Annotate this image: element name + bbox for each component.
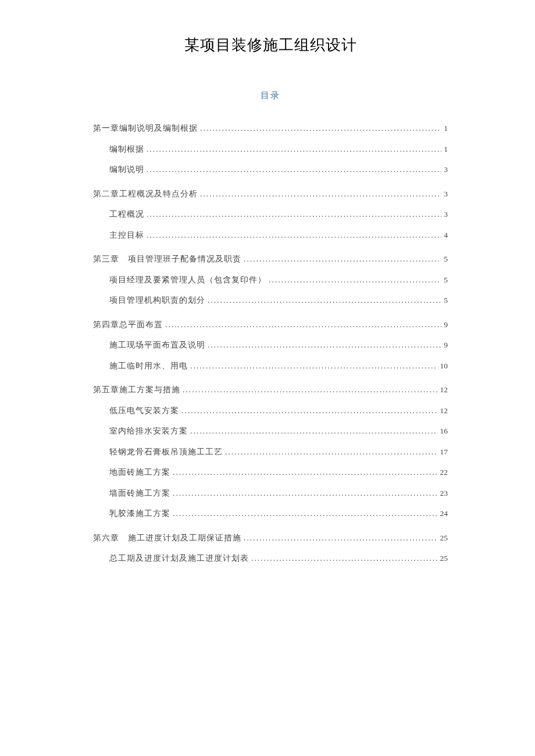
toc-entry: 第四章总平面布置9	[93, 321, 448, 329]
toc-leader-dots	[181, 407, 438, 415]
toc-entry-page: 5	[444, 276, 448, 284]
toc-entry-label: 主控目标	[109, 231, 144, 239]
toc-entry-page: 9	[444, 321, 448, 329]
toc-entry: 轻钢龙骨石膏板吊顶施工工艺17	[109, 448, 448, 456]
toc-entry-label: 工程概况	[109, 210, 144, 218]
toc-entry-label: 地面砖施工方案	[109, 468, 170, 476]
toc-entry: 总工期及进度计划及施工进度计划表25	[109, 554, 448, 562]
toc-leader-dots	[225, 448, 438, 456]
toc-entry-page: 4	[444, 231, 448, 239]
toc-entry-page: 3	[444, 210, 448, 218]
toc-leader-dots	[173, 510, 438, 518]
toc-entry: 主控目标4	[109, 231, 448, 239]
toc-entry: 乳胶漆施工方案24	[109, 510, 448, 518]
toc-entry-page: 3	[444, 190, 448, 198]
toc-entry-page: 10	[440, 362, 448, 370]
toc-entry: 项目经理及要紧管理人员（包含复印件）5	[109, 276, 448, 284]
toc-leader-dots	[208, 341, 441, 349]
toc-leader-dots	[183, 386, 438, 394]
toc-entry-label: 轻钢龙骨石膏板吊顶施工工艺	[109, 448, 223, 456]
toc-entry: 低压电气安装方案12	[109, 407, 448, 415]
toc-entry: 第三章 项目管理班子配备情况及职责5	[93, 255, 448, 263]
toc-entry-page: 1	[444, 145, 448, 153]
toc-leader-dots	[244, 255, 441, 263]
toc-entry-label: 总工期及进度计划及施工进度计划表	[109, 554, 249, 562]
toc-entry: 墙面砖施工方案23	[109, 489, 448, 497]
toc-entry: 工程概况3	[109, 210, 448, 218]
toc-entry-label: 第一章编制说明及编制根据	[93, 124, 198, 132]
toc-leader-dots	[147, 231, 441, 239]
toc-entry-page: 9	[444, 341, 448, 349]
toc-leader-dots	[251, 554, 438, 562]
toc-leader-dots	[244, 534, 438, 542]
toc-entry-page: 25	[440, 534, 448, 542]
toc-entry-page: 25	[440, 554, 448, 562]
toc-entry-label: 施工现场平面布置及说明	[109, 341, 205, 349]
toc-entry-page: 3	[444, 166, 448, 174]
toc-entry-label: 室内给排水安装方案	[109, 427, 188, 435]
toc-leader-dots	[269, 276, 441, 284]
toc-entry: 地面砖施工方案22	[109, 468, 448, 476]
toc-entry: 施工临时用水、用电10	[109, 362, 448, 370]
document-title: 某项目装修施工组织设计	[93, 35, 448, 55]
toc-leader-dots	[173, 468, 438, 476]
toc-entry-label: 第二章工程概况及特点分析	[93, 190, 198, 198]
toc-entry: 施工现场平面布置及说明9	[109, 341, 448, 349]
toc-leader-dots	[200, 190, 441, 198]
toc-entry: 第一章编制说明及编制根据1	[93, 124, 448, 132]
toc-leader-dots	[173, 489, 438, 497]
toc-entry-page: 16	[440, 427, 448, 435]
toc-entry-page: 12	[440, 386, 448, 394]
toc-entry: 室内给排水安装方案16	[109, 427, 448, 435]
toc-entry-label: 低压电气安装方案	[109, 407, 179, 415]
toc-leader-dots	[208, 296, 441, 304]
toc-entry-label: 编制根据	[109, 145, 144, 153]
table-of-contents: 第一章编制说明及编制根据1编制根据1编制说明3第二章工程概况及特点分析3工程概况…	[93, 124, 448, 562]
toc-entry-label: 第四章总平面布置	[93, 321, 163, 329]
toc-entry-page: 5	[444, 255, 448, 263]
toc-leader-dots	[190, 362, 438, 370]
toc-entry-label: 乳胶漆施工方案	[109, 510, 170, 518]
toc-entry-page: 5	[444, 296, 448, 304]
toc-entry-label: 项目管理机构职责的划分	[109, 296, 205, 304]
toc-leader-dots	[147, 210, 441, 218]
toc-entry-label: 编制说明	[109, 166, 144, 174]
toc-heading: 目录	[93, 90, 448, 101]
toc-entry: 编制说明3	[109, 166, 448, 174]
toc-entry-page: 23	[440, 489, 448, 497]
toc-leader-dots	[190, 427, 438, 435]
toc-entry-page: 22	[440, 468, 448, 476]
toc-entry: 第五章施工方案与措施12	[93, 386, 448, 394]
toc-entry-page: 24	[440, 510, 448, 518]
toc-entry: 编制根据1	[109, 145, 448, 153]
toc-entry-label: 第五章施工方案与措施	[93, 386, 180, 394]
toc-entry: 项目管理机构职责的划分5	[109, 296, 448, 304]
toc-leader-dots	[200, 124, 441, 132]
toc-entry-label: 项目经理及要紧管理人员（包含复印件）	[109, 276, 266, 284]
toc-leader-dots	[165, 321, 441, 329]
toc-leader-dots	[147, 145, 441, 153]
toc-entry-label: 第六章 施工进度计划及工期保证措施	[93, 534, 241, 542]
toc-leader-dots	[147, 166, 441, 174]
toc-entry-page: 17	[440, 448, 448, 456]
toc-entry-page: 1	[444, 124, 448, 132]
toc-entry-label: 施工临时用水、用电	[109, 362, 188, 370]
toc-entry: 第二章工程概况及特点分析3	[93, 190, 448, 198]
toc-entry: 第六章 施工进度计划及工期保证措施25	[93, 534, 448, 542]
toc-entry-page: 12	[440, 407, 448, 415]
toc-entry-label: 墙面砖施工方案	[109, 489, 170, 497]
toc-entry-label: 第三章 项目管理班子配备情况及职责	[93, 255, 241, 263]
